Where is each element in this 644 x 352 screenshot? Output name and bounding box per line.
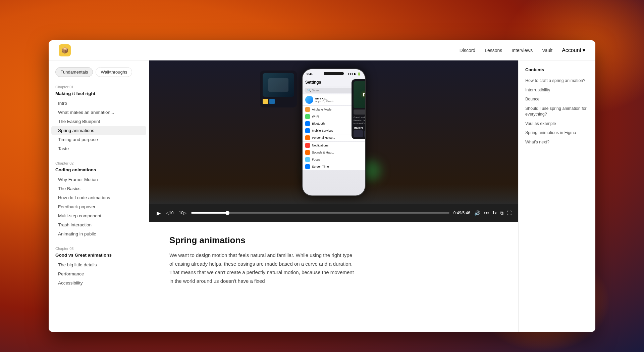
chapter-01-title: Making it feel right (49, 90, 149, 99)
toc-item-5[interactable]: Spring animations in Figma (525, 128, 589, 138)
sidebar-item-trash-interaction[interactable]: Trash interaction (51, 220, 146, 229)
main-content: 9:41 ●●● ▶ 🔋 Settings 🔍 Search Emil Ko..… (149, 60, 518, 332)
sidebar-item-easing-blueprint[interactable]: The Easing Blueprint (51, 117, 146, 126)
sidebar-item-timing-purpose[interactable]: Timing and purpose (51, 135, 146, 144)
sidebar-item-intro[interactable]: Intro (51, 99, 146, 108)
progress-thumb (225, 211, 229, 215)
toc-item-1[interactable]: Interruptibility (525, 86, 589, 95)
speed-button[interactable]: 1x (492, 211, 497, 215)
header: 📦 Discord Lessons Interviews Vault Accou… (49, 40, 595, 60)
account-label: Account (562, 47, 581, 53)
tab-fundamentals[interactable]: Fundamentals (55, 67, 93, 77)
video-controls: ▶ ◁10 10▷ 0:49/5:46 🔊 ••• 1x ⧉ (149, 204, 518, 222)
chevron-down-icon: ▾ (583, 47, 585, 53)
time-display: 0:49/5:46 (453, 211, 470, 215)
article-body: We want to design motion that feels natu… (169, 251, 357, 285)
toc-sidebar: Contents How to craft a spring animation… (518, 60, 595, 332)
logo-icon: 📦 (61, 47, 68, 54)
sidebar-item-accessibility[interactable]: Accessibility (51, 278, 146, 288)
chapter-01-label: Chapter 01 (49, 82, 149, 90)
sidebar-item-basics[interactable]: The Basics (51, 184, 146, 193)
article: Spring animations We want to design moti… (149, 222, 384, 299)
main-window: 📦 Discord Lessons Interviews Vault Accou… (49, 40, 595, 332)
toc-item-4[interactable]: Vaul as example (525, 119, 589, 129)
toc-item-0[interactable]: How to craft a spring animation? (525, 76, 589, 86)
sidebar-item-taste[interactable]: Taste (51, 144, 146, 153)
chapter-03-title: Good vs Great animations (49, 252, 149, 260)
progress-fill (191, 212, 227, 214)
content-area: Fundamentals Walkthroughs Chapter 01 Mak… (49, 60, 595, 332)
sidebar-item-spring-animations[interactable]: Spring animations (51, 126, 146, 135)
skip-forward-button[interactable]: 10▷ (178, 211, 187, 215)
video-container: 9:41 ●●● ▶ 🔋 Settings 🔍 Search Emil Ko..… (149, 60, 518, 222)
toc-title: Contents (525, 67, 589, 72)
sidebar-item-performance[interactable]: Performance (51, 269, 146, 278)
progress-bar[interactable] (191, 212, 449, 214)
sidebar: Fundamentals Walkthroughs Chapter 01 Mak… (49, 60, 149, 332)
nav-discord[interactable]: Discord (460, 48, 475, 53)
nav-interviews[interactable]: Interviews (512, 48, 533, 53)
logo[interactable]: 📦 (59, 44, 71, 56)
chapter-03-label: Chapter 03 (49, 244, 149, 252)
nav: Discord Lessons Interviews Vault Account… (460, 47, 585, 53)
toc-item-6[interactable]: What's next? (525, 138, 589, 147)
volume-icon[interactable]: 🔊 (474, 210, 480, 216)
play-button[interactable]: ▶ (156, 210, 161, 216)
controls-right: ••• 1x ⧉ ⛶ (484, 210, 512, 216)
chapter-02-title: Coding animations (49, 167, 149, 175)
nav-account[interactable]: Account ▾ (562, 47, 585, 53)
skip-back-button[interactable]: ◁10 (165, 211, 174, 215)
pip-icon[interactable]: ⧉ (500, 210, 503, 216)
phone-mockup: 9:41 ●●● ▶ 🔋 Settings 🔍 Search Emil Ko..… (302, 69, 366, 196)
sidebar-item-why-framer[interactable]: Why Framer Motion (51, 175, 146, 184)
sidebar-item-big-little[interactable]: The big little details (51, 260, 146, 269)
sidebar-item-what-makes[interactable]: What makes an animation... (51, 108, 146, 117)
more-options-icon[interactable]: ••• (484, 210, 489, 216)
fullscreen-icon[interactable]: ⛶ (507, 210, 512, 216)
chapter-02-label: Chapter 02 (49, 159, 149, 167)
nav-vault[interactable]: Vault (542, 48, 552, 53)
sidebar-item-how-code[interactable]: How do I code animations (51, 193, 146, 202)
video-display: 9:41 ●●● ▶ 🔋 Settings 🔍 Search Emil Ko..… (149, 60, 518, 204)
toc-item-2[interactable]: Bounce (525, 95, 589, 104)
toc-item-3[interactable]: Should I use spring animation for everyt… (525, 104, 589, 119)
tab-walkthroughs[interactable]: Walkthroughs (96, 67, 132, 77)
article-title: Spring animations (169, 235, 357, 246)
sidebar-item-animating-public[interactable]: Animating in public (51, 229, 146, 238)
tab-bar: Fundamentals Walkthroughs (49, 67, 149, 82)
nav-lessons[interactable]: Lessons (485, 48, 502, 53)
sidebar-item-multi-step[interactable]: Multi-step component (51, 211, 146, 220)
sidebar-item-feedback-popover[interactable]: Feedback popover (51, 202, 146, 211)
